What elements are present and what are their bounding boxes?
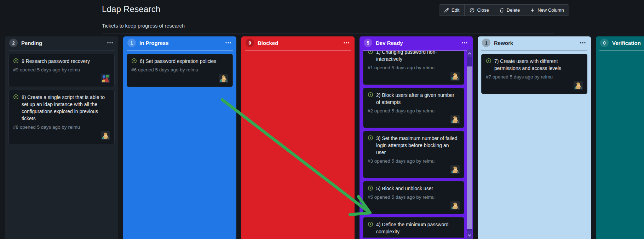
circle-slash-icon: [470, 8, 475, 13]
avatar-reimu: [101, 131, 110, 140]
ellipsis-menu-icon[interactable]: [106, 41, 114, 45]
issue-open-icon: [131, 58, 137, 65]
scroll-down-button[interactable]: [467, 231, 472, 239]
card-meta: #8 opened 5 days ago by reimu: [13, 124, 110, 130]
column-title: Pending: [21, 40, 103, 46]
column-count-badge: 1: [127, 39, 136, 47]
card-title[interactable]: 1) Changing password non-interactively: [376, 51, 460, 63]
card-meta: #3 opened 5 days ago by reimu: [368, 158, 460, 164]
card-meta: #4 opened 5 days ago by reimu: [368, 237, 460, 238]
avatar-reimu: [219, 74, 228, 83]
column-body: [596, 51, 644, 238]
column-count-badge: 5: [364, 39, 372, 47]
ellipsis-menu-icon[interactable]: [461, 41, 468, 45]
column-count-badge: 0: [600, 39, 609, 47]
avatar-reimu: [450, 72, 460, 81]
column-body: 6) Set password expiration policies #6 o…: [123, 51, 236, 238]
issue-card[interactable]: 1) Changing password non-interactively #…: [363, 51, 464, 85]
column-title: Dev Ready: [376, 40, 457, 46]
delete-button-label: Delete: [507, 7, 520, 13]
edit-button-label: Edit: [452, 7, 459, 13]
card-meta: #6 opened 5 days ago by reimu: [131, 67, 228, 73]
column-title: Verification: [612, 40, 644, 46]
card-meta: #9 opened 5 days ago by reimu: [13, 67, 110, 73]
pencil-icon: [444, 8, 449, 13]
issue-open-icon: [368, 221, 373, 235]
issue-open-icon: [368, 51, 373, 63]
card-meta: #2 opened 5 days ago by reimu: [368, 108, 460, 114]
column-count-badge: 1: [482, 39, 490, 47]
card-title[interactable]: 2) Block users after a given number of a…: [376, 92, 460, 106]
avatar-reimu: [574, 81, 583, 90]
page-title: Ldap Research: [102, 4, 160, 14]
avatar-reimu: [450, 115, 460, 124]
column-dev-ready: 5 Dev Ready 1) Changing password non-int…: [360, 36, 473, 239]
header-divider: [102, 34, 554, 34]
column-header: 1 In Progress: [123, 36, 236, 49]
column-count-badge: 2: [9, 39, 18, 47]
column-body: 1) Changing password non-interactively #…: [360, 51, 473, 238]
ellipsis-menu-icon[interactable]: [579, 41, 587, 45]
close-button-label: Close: [477, 7, 489, 13]
issue-card[interactable]: 7) Create users with different permissio…: [481, 54, 587, 94]
column-header: 0 Verification: [596, 36, 644, 49]
issue-card[interactable]: 3) Set the maximum number of failed logi…: [363, 131, 464, 178]
issue-card[interactable]: 8) Create a single script that is able t…: [8, 90, 115, 144]
edit-button[interactable]: Edit: [439, 5, 464, 16]
column-body: 7) Create users with different permissio…: [478, 51, 591, 238]
card-title[interactable]: 4) Define the minimum password complexit…: [376, 221, 460, 235]
ellipsis-menu-icon[interactable]: [343, 41, 350, 45]
board-actions: Edit Close Delete New Column: [439, 4, 569, 16]
avatar-reimu: [450, 165, 460, 174]
avatar-reimu: [450, 201, 460, 210]
avatar-reimu: [101, 74, 110, 83]
issue-card[interactable]: 2) Block users after a given number of a…: [363, 88, 464, 128]
issue-card[interactable]: 6) Set password expiration policies #6 o…: [127, 54, 233, 87]
column-blocked: 0 Blocked: [241, 36, 355, 239]
issue-open-icon: [368, 135, 373, 156]
card-title[interactable]: 6) Set password expiration policies: [140, 58, 216, 65]
scrollbar-track[interactable]: [467, 57, 472, 231]
column-header: 0 Blocked: [241, 36, 355, 49]
card-title[interactable]: 7) Create users with different permissio…: [494, 58, 583, 72]
issue-card[interactable]: 4) Define the minimum password complexit…: [363, 217, 464, 238]
close-button[interactable]: Close: [464, 5, 494, 16]
column-in-progress: 1 In Progress 6) Set password expiration…: [123, 36, 236, 239]
card-title[interactable]: 3) Set the maximum number of failed logi…: [376, 135, 460, 156]
column-body: 9 Research password recovery #9 opened 5…: [5, 51, 118, 238]
column-title: Blocked: [258, 40, 339, 46]
issue-open-icon: [368, 185, 373, 192]
trash-icon: [499, 8, 504, 13]
card-title[interactable]: 9 Research password recovery: [22, 58, 90, 65]
column-verification: 0 Verification: [596, 36, 644, 239]
card-meta: #1 opened 5 days ago by reimu: [368, 65, 460, 71]
column-title: In Progress: [139, 40, 221, 46]
card-meta: #5 opened 5 days ago by reimu: [368, 194, 460, 200]
issue-open-icon: [13, 58, 19, 65]
issue-open-icon: [486, 58, 491, 72]
issue-open-icon: [368, 92, 373, 106]
column-pending: 2 Pending 9 Research password recovery #…: [5, 36, 118, 239]
issue-open-icon: [13, 94, 19, 122]
issue-card[interactable]: 9 Research password recovery #9 opened 5…: [8, 54, 115, 87]
chevron-down-icon: [468, 234, 471, 237]
delete-button[interactable]: Delete: [494, 5, 525, 16]
card-title[interactable]: 5) Block and unblock user: [376, 185, 433, 192]
column-rework: 1 Rework 7) Create users with different …: [478, 36, 591, 239]
column-body: [241, 51, 355, 238]
ellipsis-menu-icon[interactable]: [224, 41, 232, 45]
card-title[interactable]: 8) Create a single script that is able t…: [22, 94, 110, 122]
column-header: 5 Dev Ready: [360, 36, 473, 49]
page-subtitle: Tickets to keep progress of research: [102, 23, 185, 29]
column-header: 2 Pending: [5, 36, 118, 49]
column-header: 1 Rework: [478, 36, 591, 49]
column-title: Rework: [494, 40, 575, 46]
dev-ready-scrollbar[interactable]: [467, 49, 472, 239]
scrollbar-thumb[interactable]: [467, 66, 472, 229]
new-column-button[interactable]: New Column: [525, 5, 569, 16]
card-meta: #7 opened 5 days ago by reimu: [486, 74, 583, 80]
column-count-badge: 0: [246, 39, 254, 47]
issue-card[interactable]: 5) Block and unblock user #5 opened 5 da…: [363, 181, 464, 214]
plus-icon: [530, 8, 535, 13]
scroll-up-button[interactable]: [467, 49, 472, 57]
